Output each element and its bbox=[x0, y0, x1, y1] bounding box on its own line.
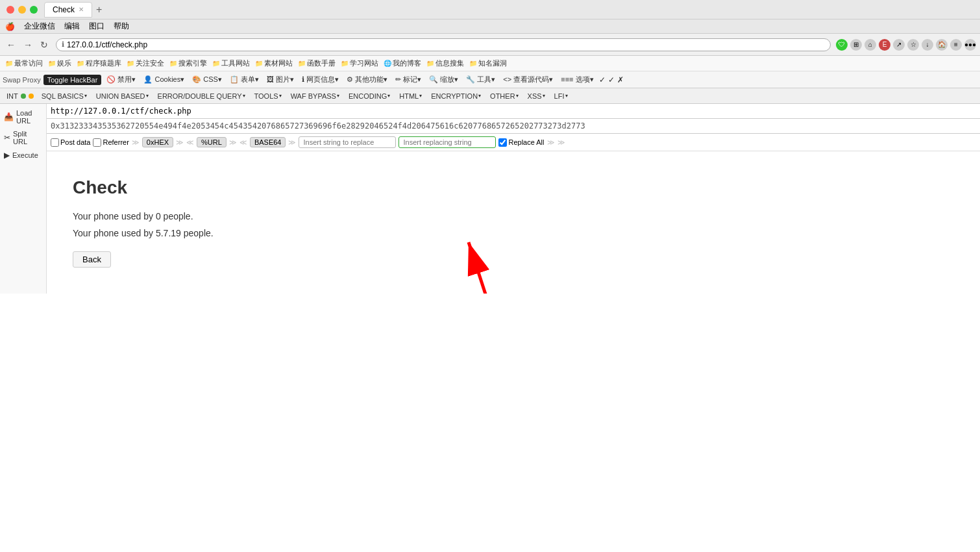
bookmark-folder-icon-11: 📁 bbox=[469, 60, 477, 67]
table-icon: 📋 bbox=[230, 75, 239, 83]
options-button[interactable]: ≡≡≡ 选项▾ bbox=[558, 74, 596, 85]
mark-button[interactable]: ✏ 标记▾ bbox=[393, 74, 424, 85]
sql-menu-encoding[interactable]: ENCODING▾ bbox=[345, 91, 394, 101]
back-nav-button[interactable]: ← bbox=[4, 38, 18, 51]
nav-right-icons: 🛡 ⊞ ⌂ E ↗ ☆ ↓ 🏠 ≡ ●●● bbox=[836, 39, 976, 51]
arrow-right-2: ≫ bbox=[176, 138, 184, 147]
sql-menu-encryption[interactable]: ENCRYPTION▾ bbox=[427, 91, 485, 101]
0xhex-button[interactable]: 0xHEX bbox=[142, 137, 173, 147]
sql-menu-other[interactable]: OTHER▾ bbox=[486, 91, 522, 101]
cookies-button[interactable]: 👤 Cookies▾ bbox=[141, 75, 187, 84]
maximize-button[interactable] bbox=[30, 6, 38, 14]
mac-menu-weixin[interactable]: 企业微信 bbox=[24, 21, 55, 32]
more-icon[interactable]: ●●● bbox=[964, 39, 976, 51]
url-input-row bbox=[47, 104, 980, 119]
shield-icon[interactable]: 🛡 bbox=[836, 39, 848, 51]
replace-all-checkbox[interactable] bbox=[498, 138, 507, 147]
yellow-dot bbox=[29, 94, 34, 99]
image-button[interactable]: 🖼 图片▾ bbox=[264, 74, 297, 85]
page-line1: Your phone used by 0 people. bbox=[73, 211, 954, 221]
tab-title: Check bbox=[53, 5, 75, 14]
page-line2: Your phone used by 5.7.19 people. bbox=[73, 228, 954, 238]
toggle-hackbar-button[interactable]: Toggle HackBar bbox=[43, 75, 102, 85]
mac-menu-help[interactable]: 帮助 bbox=[114, 21, 129, 32]
share-icon[interactable]: ↗ bbox=[893, 39, 905, 51]
sql-menu-html[interactable]: HTML▾ bbox=[395, 91, 426, 101]
download-icon[interactable]: ↓ bbox=[922, 39, 933, 51]
forward-nav-button[interactable]: → bbox=[21, 38, 35, 51]
load-url-item[interactable]: 📥 Load URL bbox=[0, 107, 46, 127]
execute-item[interactable]: ▶ Execute bbox=[0, 148, 46, 162]
load-url-icon: 📥 bbox=[4, 112, 14, 121]
bookmark-resources[interactable]: 📁 素材网站 bbox=[255, 58, 293, 68]
back-button[interactable]: Back bbox=[73, 251, 111, 268]
other-func-button[interactable]: ⚙ 其他功能▾ bbox=[344, 74, 390, 85]
disable-button[interactable]: 🚫 禁用▾ bbox=[104, 74, 138, 85]
minimize-button[interactable] bbox=[18, 6, 26, 14]
sql-menu-error[interactable]: ERROR/DOUBLE QUERY▾ bbox=[154, 91, 249, 101]
view-source-button[interactable]: <> 查看源代码▾ bbox=[500, 74, 556, 85]
func-icon: ⚙ bbox=[347, 75, 353, 83]
sql-menu-xss[interactable]: XSS▾ bbox=[524, 91, 549, 101]
sql-menu-waf[interactable]: WAF BYPASS▾ bbox=[287, 91, 343, 101]
bookmark-add-icon[interactable]: ☆ bbox=[907, 39, 919, 51]
bookmark-tools[interactable]: 📁 工具网站 bbox=[212, 58, 250, 68]
browser-tab[interactable]: Check ✕ bbox=[44, 2, 92, 18]
zoom-button[interactable]: 🔍 缩放▾ bbox=[426, 74, 461, 85]
sql-menu-bar: INT SQL BASICS▾ UNION BASED▾ ERROR/DOUBL… bbox=[0, 88, 980, 104]
sql-menu-tools[interactable]: TOOLS▾ bbox=[251, 91, 286, 101]
post-data-label[interactable]: Post data bbox=[51, 138, 90, 147]
new-tab-button[interactable]: + bbox=[92, 4, 106, 16]
tab-close-icon[interactable]: ✕ bbox=[79, 6, 84, 13]
traffic-lights bbox=[6, 6, 38, 14]
mac-menu-edit[interactable]: 编辑 bbox=[64, 21, 80, 32]
home-nav-icon[interactable]: ⌂ bbox=[864, 39, 876, 51]
settings-icon[interactable]: ≡ bbox=[950, 39, 962, 51]
bookmark-learn[interactable]: 📁 学习网站 bbox=[341, 58, 378, 68]
hex-payload-input[interactable] bbox=[47, 119, 980, 133]
bookmark-yule[interactable]: 📁 娱乐 bbox=[48, 58, 71, 68]
arrow-right-5: ≫ bbox=[547, 138, 555, 147]
mac-menu-window[interactable]: 图口 bbox=[89, 21, 104, 32]
reload-button[interactable]: ↻ bbox=[38, 38, 51, 51]
tab-bar: Check ✕ + bbox=[44, 2, 974, 18]
replace-all-label[interactable]: Replace All bbox=[498, 138, 544, 147]
grid-icon[interactable]: ⊞ bbox=[850, 39, 862, 51]
bookmark-vulnerabilities[interactable]: 📁 知名漏洞 bbox=[469, 58, 507, 68]
swap-proxy-button[interactable]: Swap Proxy bbox=[3, 76, 41, 84]
lock-icon: ℹ bbox=[62, 40, 64, 49]
check1-icon: ✓ bbox=[599, 75, 606, 84]
bookmark-info[interactable]: 📁 信息搜集 bbox=[426, 58, 464, 68]
bookmark-functions[interactable]: 📁 函数手册 bbox=[298, 58, 336, 68]
mac-menu-apple[interactable]: 🍎 bbox=[5, 22, 15, 31]
zoom-icon: 🔍 bbox=[429, 75, 438, 83]
insert-replacing-input[interactable] bbox=[398, 136, 496, 148]
referrer-label[interactable]: Referrer bbox=[93, 138, 129, 147]
arrow-right-1: ≫ bbox=[132, 138, 140, 147]
close-button[interactable] bbox=[6, 6, 14, 14]
split-url-item[interactable]: ✂ Split URL bbox=[0, 127, 46, 148]
bookmark-programs[interactable]: 📁 程序猿题库 bbox=[77, 58, 121, 68]
address-bar[interactable] bbox=[67, 40, 825, 49]
sql-menu-union[interactable]: UNION BASED▾ bbox=[92, 91, 153, 101]
post-data-checkbox[interactable] bbox=[51, 138, 59, 147]
insert-string-input[interactable] bbox=[299, 136, 396, 148]
extension-icon[interactable]: E bbox=[879, 39, 890, 51]
bookmark-security[interactable]: 📁 关注安全 bbox=[127, 58, 164, 68]
table-button[interactable]: 📋 表单▾ bbox=[227, 74, 262, 85]
bookmark-search[interactable]: 📁 搜索引擎 bbox=[169, 58, 207, 68]
css-button[interactable]: 🎨 CSS▾ bbox=[190, 75, 225, 84]
bookmark-blog[interactable]: 🌐 我的博客 bbox=[384, 58, 421, 68]
bookmark-changfang[interactable]: 📁 最常访问 bbox=[5, 58, 43, 68]
sql-menu-basics[interactable]: SQL BASICS▾ bbox=[38, 91, 91, 101]
url-input[interactable] bbox=[47, 104, 980, 118]
window-chrome: Check ✕ + bbox=[0, 0, 980, 19]
options-icon: ≡≡≡ bbox=[561, 75, 573, 83]
tools-button[interactable]: 🔧 工具▾ bbox=[463, 74, 498, 85]
base64-button[interactable]: BASE64 bbox=[250, 137, 286, 147]
webpage-info-button[interactable]: ℹ 网页信息▾ bbox=[299, 74, 341, 85]
referrer-checkbox[interactable] bbox=[93, 138, 101, 147]
home-icon2[interactable]: 🏠 bbox=[936, 39, 948, 51]
url-encode-button[interactable]: %URL bbox=[197, 137, 227, 147]
sql-menu-lfi[interactable]: LFI▾ bbox=[550, 91, 572, 101]
